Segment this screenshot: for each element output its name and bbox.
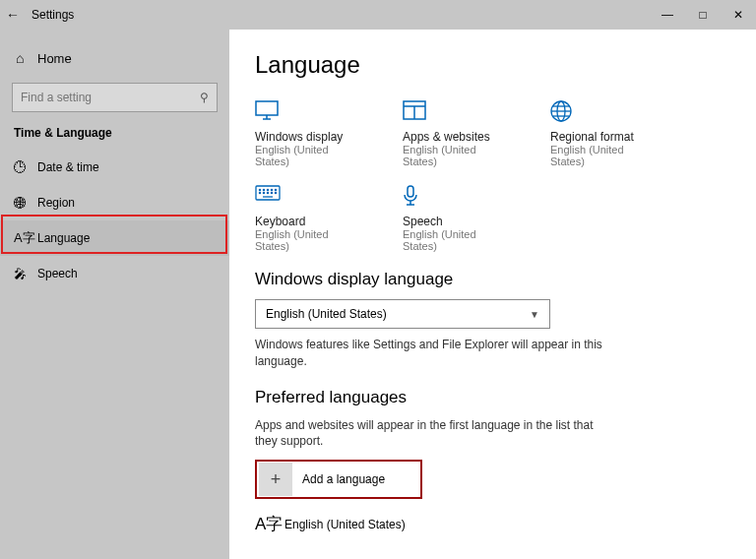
maximize-button[interactable]: □ [685, 8, 721, 22]
add-language-label: Add a language [294, 472, 385, 486]
svg-point-21 [275, 192, 276, 193]
preferred-languages-desc: Apps and websites will appear in the fir… [255, 417, 609, 451]
tile-title: Windows display [255, 130, 365, 144]
search-input[interactable] [21, 91, 200, 104]
search-icon: ⚲ [200, 91, 209, 104]
display-language-heading: Windows display language [255, 270, 730, 289]
svg-point-12 [259, 189, 260, 190]
language-item-label: English (United States) [284, 518, 406, 531]
microphone-icon [403, 185, 513, 211]
svg-point-17 [259, 192, 260, 193]
tile-sub: English (United States) [255, 144, 365, 167]
sidebar-item-label: Language [37, 231, 90, 245]
language-icon: A字 [14, 229, 37, 247]
home-label: Home [37, 51, 72, 66]
globe-icon: 🌐︎ [14, 196, 37, 211]
svg-point-15 [271, 189, 272, 190]
dropdown-value: English (United States) [266, 307, 387, 321]
tile-title: Speech [403, 215, 513, 228]
sidebar-item-label: Date & time [37, 160, 99, 174]
tile-title: Keyboard [255, 215, 365, 228]
svg-point-20 [271, 192, 272, 193]
main-content: Language Windows display English (United… [229, 30, 756, 559]
keyboard-icon [255, 185, 365, 211]
tile-regional-format[interactable]: Regional format English (United States) [550, 100, 661, 167]
tile-speech[interactable]: Speech English (United States) [403, 185, 513, 252]
sidebar-item-label: Speech [37, 267, 78, 280]
back-button[interactable]: ← [0, 7, 26, 23]
svg-point-19 [267, 192, 268, 193]
svg-rect-23 [408, 186, 413, 197]
display-language-dropdown[interactable]: English (United States) ▼ [255, 299, 550, 329]
window-title: Settings [26, 8, 74, 22]
close-button[interactable]: ✕ [721, 8, 756, 22]
sidebar-item-language[interactable]: A字 Language [0, 220, 229, 256]
home-icon: ⌂ [16, 50, 37, 66]
svg-point-14 [267, 189, 268, 190]
sidebar-item-region[interactable]: 🌐︎ Region [0, 185, 229, 220]
tile-sub: English (United States) [403, 144, 513, 167]
category-heading: Time & Language [0, 122, 229, 150]
svg-rect-0 [256, 101, 278, 115]
svg-point-13 [263, 189, 264, 190]
preferred-languages-heading: Preferred languages [255, 388, 730, 407]
monitor-icon [255, 100, 365, 126]
sidebar: ⌂ Home ⚲ Time & Language 🕒︎ Date & time … [0, 30, 229, 559]
microphone-icon: 🎤︎ [14, 267, 37, 281]
apps-icon [403, 100, 513, 126]
svg-point-18 [263, 192, 264, 193]
sidebar-item-label: Region [37, 196, 75, 210]
search-box[interactable]: ⚲ [12, 83, 218, 112]
language-item-icon: A字 [255, 513, 284, 535]
tile-windows-display[interactable]: Windows display English (United States) [255, 100, 365, 167]
clock-icon: 🕒︎ [14, 160, 37, 175]
titlebar: ← Settings — □ ✕ [0, 0, 756, 30]
tile-apps-websites[interactable]: Apps & websites English (United States) [403, 100, 513, 167]
tile-title: Apps & websites [403, 130, 513, 144]
tile-sub: English (United States) [255, 228, 365, 252]
chevron-down-icon: ▼ [530, 309, 539, 320]
home-link[interactable]: ⌂ Home [0, 41, 229, 75]
add-language-button[interactable]: + Add a language [255, 460, 422, 499]
minimize-button[interactable]: — [650, 8, 685, 22]
globe-icon [550, 100, 661, 126]
tile-keyboard[interactable]: Keyboard English (United States) [255, 185, 365, 252]
language-item[interactable]: A字 English (United States) [255, 513, 730, 535]
tiles-row-1: Windows display English (United States) … [255, 100, 730, 167]
tile-sub: English (United States) [550, 144, 661, 167]
sidebar-item-date-time[interactable]: 🕒︎ Date & time [0, 150, 229, 185]
plus-icon: + [259, 463, 292, 496]
tiles-row-2: Keyboard English (United States) Speech … [255, 185, 730, 252]
svg-point-16 [275, 189, 276, 190]
display-language-desc: Windows features like Settings and File … [255, 337, 609, 370]
page-title: Language [255, 51, 730, 79]
tile-title: Regional format [550, 130, 661, 144]
tile-sub: English (United States) [403, 228, 513, 252]
sidebar-item-speech[interactable]: 🎤︎ Speech [0, 256, 229, 291]
